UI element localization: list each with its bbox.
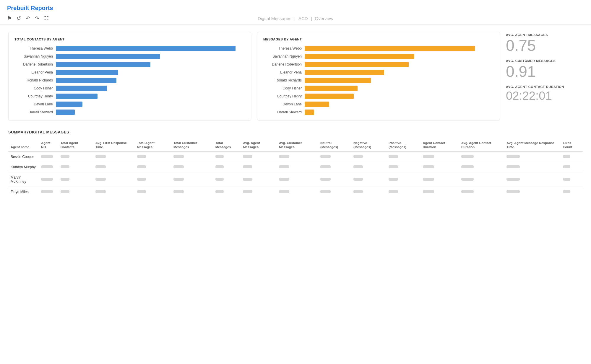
messages-bar-chart: Theresa WebbSavannah NguyenDarlene Rober… (263, 46, 494, 115)
bar-track (305, 94, 494, 99)
breadcrumb-part3: Overview (315, 16, 334, 21)
bar-label: Theresa Webb (263, 46, 302, 50)
table-cell (241, 172, 277, 187)
messages-chart-title: MESSAGES BY AGENT (263, 37, 494, 41)
bar-track (305, 54, 494, 59)
summary-table-container: Agent nameAgent NOTotal Agent ContactsAv… (8, 139, 583, 197)
bar-fill (305, 70, 384, 75)
bar-fill (56, 78, 116, 83)
bar-track (56, 94, 245, 99)
bar-label: Darlene Robertson (263, 62, 302, 66)
table-cell (459, 162, 504, 172)
table-cell (386, 172, 420, 187)
bar-track (305, 62, 494, 67)
kpi-panel: AVG. AGENT MESSAGES 0.75 AVG. CUSTOMER M… (506, 32, 583, 102)
bar-fill (56, 54, 160, 59)
table-cell (561, 162, 583, 172)
table-cell (277, 172, 318, 187)
bar-track (56, 110, 245, 115)
agent-name-cell: Marvin McKinney (8, 172, 39, 187)
table-cell (93, 151, 135, 162)
bar-row: Eleanor Pena (263, 70, 494, 75)
bar-label: Theresa Webb (14, 46, 53, 50)
table-cell (171, 162, 213, 172)
bar-track (305, 102, 494, 107)
bookmark-icon[interactable]: ⚑ (7, 15, 12, 22)
kpi-avg-agent-value: 0.75 (506, 38, 583, 53)
table-cell (351, 162, 386, 172)
table-cell (318, 162, 351, 172)
bar-fill (305, 94, 354, 99)
page-header: Prebuilt Reports ⚑ ↺ ↶ ↷ ☷ Digital Messa… (0, 0, 591, 25)
page-wrapper: Prebuilt Reports ⚑ ↺ ↶ ↷ ☷ Digital Messa… (0, 0, 591, 364)
bar-track (305, 78, 494, 83)
table-cell (241, 151, 277, 162)
table-col-header: Negative (Messages) (351, 139, 386, 151)
table-cell (39, 162, 58, 172)
table-cell (459, 151, 504, 162)
bar-fill (56, 70, 118, 75)
kpi-duration-label: AVG. AGENT CONTACT DURATION (506, 85, 583, 89)
breadcrumb-part2: ACD (298, 16, 308, 21)
bar-label: Eleanor Pena (263, 70, 302, 74)
breadcrumb: Digital Messages | ACD | Overview (258, 16, 333, 21)
table-cell (58, 172, 93, 187)
table-col-header: Positive (Messages) (386, 139, 420, 151)
table-col-header: Avg. Agent Contact Duration (459, 139, 504, 151)
bar-track (56, 78, 245, 83)
bar-label: Devon Lane (14, 102, 53, 106)
bar-row: Ronald Richards (14, 78, 245, 83)
history-icon[interactable]: ↺ (17, 15, 21, 22)
bar-track (56, 46, 245, 51)
bar-label: Cody Fisher (263, 86, 302, 90)
table-cell (386, 187, 420, 197)
bar-label: Savannah Nguyen (14, 54, 53, 58)
table-cell (351, 151, 386, 162)
table-col-header: Total Agent Messages (135, 139, 171, 151)
table-col-header: Agent Contact Duration (420, 139, 459, 151)
bar-fill (56, 62, 150, 67)
bar-row: Devon Lane (263, 102, 494, 107)
table-cell (351, 187, 386, 197)
main-content: TOTAL CONTACTS BY AGENT Theresa WebbSava… (0, 25, 591, 204)
agent-name-cell: Bessie Cooper (8, 151, 39, 162)
redo-icon[interactable]: ↷ (35, 15, 39, 22)
table-row: Marvin McKinney (8, 172, 583, 187)
agent-name-cell: Floyd Miles (8, 187, 39, 197)
table-cell (213, 162, 241, 172)
messages-by-agent-card: MESSAGES BY AGENT Theresa WebbSavannah N… (257, 32, 500, 120)
table-cell (561, 151, 583, 162)
bar-fill (305, 62, 409, 67)
table-cell (318, 151, 351, 162)
table-cell (420, 162, 459, 172)
bar-row: Theresa Webb (263, 46, 494, 51)
table-cell (58, 151, 93, 162)
bar-fill (56, 110, 75, 115)
table-col-header: Avg. Agent Messages (241, 139, 277, 151)
bar-track (305, 70, 494, 75)
bar-row: Darrell Steward (14, 110, 245, 115)
table-col-header: Neutral (Messages) (318, 139, 351, 151)
table-cell (420, 172, 459, 187)
bar-row: Darlene Robertson (263, 62, 494, 67)
bar-row: Cody Fisher (263, 86, 494, 91)
table-col-header: Total Agent Contacts (58, 139, 93, 151)
bar-label: Savannah Nguyen (263, 54, 302, 58)
bar-fill (305, 78, 371, 83)
filter-icon[interactable]: ☷ (44, 15, 49, 22)
bar-row: Theresa Webb (14, 46, 245, 51)
agent-name-cell: Kathryn Murphy (8, 162, 39, 172)
bar-label: Devon Lane (263, 102, 302, 106)
undo-icon[interactable]: ↶ (26, 15, 30, 22)
table-cell (135, 162, 171, 172)
table-cell (386, 151, 420, 162)
bar-row: Ronald Richards (263, 78, 494, 83)
table-cell (561, 187, 583, 197)
table-cell (135, 172, 171, 187)
bar-label: Courtney Henry (263, 94, 302, 98)
bar-fill (305, 46, 475, 51)
table-cell (213, 151, 241, 162)
table-col-header: Total Customer Messages (171, 139, 213, 151)
bar-row: Savannah Nguyen (14, 54, 245, 59)
table-col-header: Agent name (8, 139, 39, 151)
